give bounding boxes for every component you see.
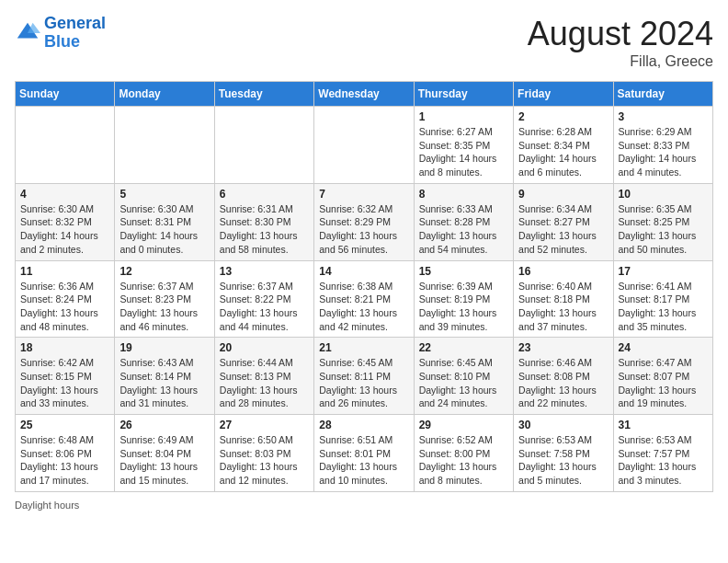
day-info: Sunrise: 6:34 AM Sunset: 8:27 PM Dayligh… bbox=[518, 202, 608, 257]
day-info: Sunrise: 6:53 AM Sunset: 7:57 PM Dayligh… bbox=[619, 433, 708, 488]
day-info: Sunrise: 6:41 AM Sunset: 8:17 PM Dayligh… bbox=[619, 280, 708, 334]
day-number: 17 bbox=[619, 265, 708, 278]
calendar-week-row: 25Sunrise: 6:48 AM Sunset: 8:06 PM Dayli… bbox=[16, 415, 713, 492]
day-info: Sunrise: 6:49 AM Sunset: 8:04 PM Dayligh… bbox=[119, 433, 209, 488]
calendar-cell: 16Sunrise: 6:40 AM Sunset: 8:18 PM Dayli… bbox=[514, 260, 613, 338]
title-block: August 2024 Filla, Greece bbox=[528, 15, 713, 70]
day-info: Sunrise: 6:35 AM Sunset: 8:25 PM Dayligh… bbox=[619, 202, 708, 257]
calendar-cell: 26Sunrise: 6:49 AM Sunset: 8:04 PM Dayli… bbox=[115, 415, 214, 492]
day-info: Sunrise: 6:53 AM Sunset: 7:58 PM Dayligh… bbox=[518, 433, 608, 488]
day-info: Sunrise: 6:45 AM Sunset: 8:11 PM Dayligh… bbox=[319, 356, 408, 410]
calendar-cell: 6Sunrise: 6:31 AM Sunset: 8:30 PM Daylig… bbox=[214, 183, 313, 260]
day-number: 16 bbox=[518, 265, 608, 278]
calendar-cell bbox=[214, 107, 313, 184]
day-number: 3 bbox=[619, 110, 708, 123]
calendar-cell: 29Sunrise: 6:52 AM Sunset: 8:00 PM Dayli… bbox=[414, 415, 513, 492]
calendar-cell: 21Sunrise: 6:45 AM Sunset: 8:11 PM Dayli… bbox=[314, 338, 414, 415]
day-info: Sunrise: 6:47 AM Sunset: 8:07 PM Dayligh… bbox=[619, 356, 708, 410]
day-info: Sunrise: 6:38 AM Sunset: 8:21 PM Dayligh… bbox=[319, 280, 408, 334]
day-info: Sunrise: 6:29 AM Sunset: 8:33 PM Dayligh… bbox=[619, 125, 708, 179]
day-number: 7 bbox=[319, 188, 408, 201]
calendar-cell: 30Sunrise: 6:53 AM Sunset: 7:58 PM Dayli… bbox=[514, 415, 613, 492]
calendar-header-row: SundayMondayTuesdayWednesdayThursdayFrid… bbox=[16, 82, 713, 107]
day-number: 4 bbox=[20, 188, 109, 201]
day-number: 15 bbox=[419, 265, 508, 278]
day-number: 28 bbox=[319, 419, 408, 431]
day-number: 5 bbox=[119, 188, 209, 201]
month-year: August 2024 bbox=[528, 15, 713, 53]
day-info: Sunrise: 6:30 AM Sunset: 8:32 PM Dayligh… bbox=[20, 202, 109, 257]
day-number: 30 bbox=[518, 419, 608, 431]
calendar-day-header: Tuesday bbox=[214, 82, 313, 107]
calendar-cell bbox=[314, 107, 414, 184]
page-header: General Blue August 2024 Filla, Greece bbox=[15, 15, 713, 70]
calendar-cell: 23Sunrise: 6:46 AM Sunset: 8:08 PM Dayli… bbox=[514, 338, 613, 415]
day-info: Sunrise: 6:43 AM Sunset: 8:14 PM Dayligh… bbox=[119, 356, 209, 410]
day-info: Sunrise: 6:45 AM Sunset: 8:10 PM Dayligh… bbox=[419, 356, 508, 410]
calendar-cell: 15Sunrise: 6:39 AM Sunset: 8:19 PM Dayli… bbox=[414, 260, 513, 338]
day-number: 25 bbox=[20, 419, 109, 431]
day-info: Sunrise: 6:33 AM Sunset: 8:28 PM Dayligh… bbox=[419, 202, 508, 257]
day-number: 31 bbox=[619, 419, 708, 431]
logo-line1: General bbox=[44, 14, 106, 32]
day-info: Sunrise: 6:32 AM Sunset: 8:29 PM Dayligh… bbox=[319, 202, 408, 257]
logo: General Blue bbox=[15, 15, 106, 52]
day-info: Sunrise: 6:37 AM Sunset: 8:23 PM Dayligh… bbox=[119, 280, 209, 334]
calendar-cell: 18Sunrise: 6:42 AM Sunset: 8:15 PM Dayli… bbox=[16, 338, 115, 415]
day-number: 24 bbox=[619, 341, 708, 354]
logo-line2: Blue bbox=[44, 32, 80, 51]
calendar-cell: 25Sunrise: 6:48 AM Sunset: 8:06 PM Dayli… bbox=[16, 415, 115, 492]
day-info: Sunrise: 6:52 AM Sunset: 8:00 PM Dayligh… bbox=[419, 433, 508, 488]
location: Filla, Greece bbox=[528, 53, 713, 70]
day-number: 13 bbox=[220, 265, 309, 278]
calendar-cell: 7Sunrise: 6:32 AM Sunset: 8:29 PM Daylig… bbox=[314, 183, 414, 260]
calendar-cell: 24Sunrise: 6:47 AM Sunset: 8:07 PM Dayli… bbox=[613, 338, 712, 415]
calendar-cell: 3Sunrise: 6:29 AM Sunset: 8:33 PM Daylig… bbox=[613, 107, 712, 184]
calendar-cell: 14Sunrise: 6:38 AM Sunset: 8:21 PM Dayli… bbox=[314, 260, 414, 338]
day-number: 8 bbox=[419, 188, 508, 201]
calendar-cell: 11Sunrise: 6:36 AM Sunset: 8:24 PM Dayli… bbox=[16, 260, 115, 338]
day-number: 12 bbox=[119, 265, 209, 278]
calendar-cell bbox=[16, 107, 115, 184]
logo-icon bbox=[15, 20, 40, 46]
calendar-table: SundayMondayTuesdayWednesdayThursdayFrid… bbox=[15, 81, 713, 492]
day-info: Sunrise: 6:40 AM Sunset: 8:18 PM Dayligh… bbox=[518, 280, 608, 334]
day-number: 23 bbox=[518, 341, 608, 354]
day-info: Sunrise: 6:27 AM Sunset: 8:35 PM Dayligh… bbox=[419, 125, 508, 179]
calendar-cell: 28Sunrise: 6:51 AM Sunset: 8:01 PM Dayli… bbox=[314, 415, 414, 492]
day-info: Sunrise: 6:31 AM Sunset: 8:30 PM Dayligh… bbox=[220, 202, 309, 257]
calendar-day-header: Sunday bbox=[16, 82, 115, 107]
day-number: 27 bbox=[220, 419, 309, 431]
calendar-cell: 2Sunrise: 6:28 AM Sunset: 8:34 PM Daylig… bbox=[514, 107, 613, 184]
day-info: Sunrise: 6:36 AM Sunset: 8:24 PM Dayligh… bbox=[20, 280, 109, 334]
day-info: Sunrise: 6:48 AM Sunset: 8:06 PM Dayligh… bbox=[20, 433, 109, 488]
calendar-day-header: Friday bbox=[514, 82, 613, 107]
day-info: Sunrise: 6:37 AM Sunset: 8:22 PM Dayligh… bbox=[220, 280, 309, 334]
day-info: Sunrise: 6:46 AM Sunset: 8:08 PM Dayligh… bbox=[518, 356, 608, 410]
calendar-cell: 12Sunrise: 6:37 AM Sunset: 8:23 PM Dayli… bbox=[115, 260, 214, 338]
calendar-cell: 22Sunrise: 6:45 AM Sunset: 8:10 PM Dayli… bbox=[414, 338, 513, 415]
footer: Daylight hours bbox=[15, 500, 713, 511]
calendar-cell: 31Sunrise: 6:53 AM Sunset: 7:57 PM Dayli… bbox=[613, 415, 712, 492]
day-number: 22 bbox=[419, 341, 508, 354]
day-info: Sunrise: 6:30 AM Sunset: 8:31 PM Dayligh… bbox=[119, 202, 209, 257]
day-info: Sunrise: 6:28 AM Sunset: 8:34 PM Dayligh… bbox=[518, 125, 608, 179]
calendar-week-row: 4Sunrise: 6:30 AM Sunset: 8:32 PM Daylig… bbox=[16, 183, 713, 260]
day-number: 20 bbox=[220, 341, 309, 354]
logo-text: General Blue bbox=[44, 15, 106, 52]
calendar-cell: 1Sunrise: 6:27 AM Sunset: 8:35 PM Daylig… bbox=[414, 107, 513, 184]
calendar-week-row: 11Sunrise: 6:36 AM Sunset: 8:24 PM Dayli… bbox=[16, 260, 713, 338]
calendar-cell: 8Sunrise: 6:33 AM Sunset: 8:28 PM Daylig… bbox=[414, 183, 513, 260]
day-number: 6 bbox=[220, 188, 309, 201]
day-number: 1 bbox=[419, 110, 508, 123]
day-number: 9 bbox=[518, 188, 608, 201]
day-number: 26 bbox=[119, 419, 209, 431]
calendar-day-header: Wednesday bbox=[314, 82, 414, 107]
day-number: 18 bbox=[20, 341, 109, 354]
calendar-cell: 20Sunrise: 6:44 AM Sunset: 8:13 PM Dayli… bbox=[214, 338, 313, 415]
calendar-day-header: Thursday bbox=[414, 82, 513, 107]
day-info: Sunrise: 6:50 AM Sunset: 8:03 PM Dayligh… bbox=[220, 433, 309, 488]
calendar-day-header: Monday bbox=[115, 82, 214, 107]
calendar-cell: 5Sunrise: 6:30 AM Sunset: 8:31 PM Daylig… bbox=[115, 183, 214, 260]
day-number: 10 bbox=[619, 188, 708, 201]
